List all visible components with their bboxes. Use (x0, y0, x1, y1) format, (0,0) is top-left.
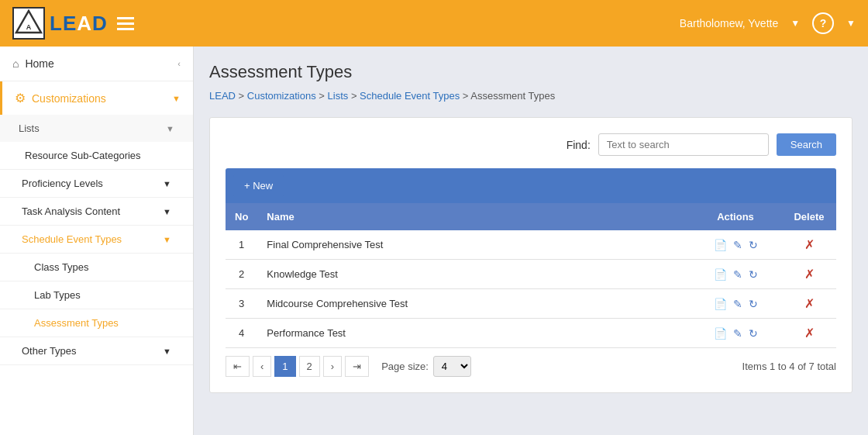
breadcrumb-schedule-event-types[interactable]: Schedule Event Types (360, 90, 460, 102)
page-size-select[interactable]: 4 10 25 (433, 356, 471, 377)
row-no: 3 (226, 289, 257, 319)
row-name: Knowledge Test (257, 260, 689, 289)
page-next-button[interactable]: › (323, 356, 342, 377)
delete-icon[interactable]: ✗ (804, 297, 815, 310)
chevron-icon: ▼ (163, 179, 171, 188)
hamburger-menu[interactable] (117, 17, 134, 30)
delete-icon[interactable]: ✗ (804, 238, 815, 251)
sidebar-item-label: Other Types (22, 345, 77, 357)
page-1-button[interactable]: 1 (274, 356, 295, 377)
sidebar-lists-label: Lists (19, 123, 40, 134)
breadcrumb-lead[interactable]: LEAD (209, 90, 236, 102)
find-bar: Find: Search (226, 133, 836, 156)
chevron-icon: ▼ (163, 347, 171, 356)
view-icon[interactable]: 📄 (714, 268, 727, 281)
restore-icon[interactable]: ↻ (749, 327, 758, 340)
pagination-bar: ⇤ ‹ 1 2 › ⇥ Page size: 4 10 25 (226, 356, 836, 377)
content-card: Find: Search + New No Name Actions Delet… (209, 117, 852, 393)
breadcrumb-sep: > (351, 90, 360, 102)
sidebar-item-other-types[interactable]: Other Types ▼ (0, 337, 193, 365)
page-last-button[interactable]: ⇥ (345, 356, 369, 377)
header-right: Bartholomew, Yvette ▼ ? ▼ (680, 12, 856, 34)
sidebar-item-lab-types[interactable]: Lab Types (0, 281, 193, 309)
items-info: Items 1 to 4 of 7 total (742, 361, 836, 372)
layout: ⌂ Home ‹ ⚙ Customizations ▼ Lists ▼ Reso… (0, 47, 868, 435)
page-title: Assessment Types (209, 62, 852, 82)
sidebar: ⌂ Home ‹ ⚙ Customizations ▼ Lists ▼ Reso… (0, 47, 194, 435)
edit-icon[interactable]: ✎ (733, 239, 742, 251)
breadcrumb-lists[interactable]: Lists (328, 90, 349, 102)
pagination-controls: ⇤ ‹ 1 2 › ⇥ Page size: 4 10 25 (226, 356, 471, 377)
breadcrumb-sep: > (319, 90, 327, 102)
header-left: A LEAD (12, 7, 134, 40)
sidebar-item-assessment-types[interactable]: Assessment Types (0, 309, 193, 337)
row-name: Final Comprehensive Test (257, 230, 689, 260)
page-size-label: Page size: (381, 361, 429, 372)
view-icon[interactable]: 📄 (714, 327, 727, 340)
breadcrumb-current: Assessment Types (470, 90, 555, 102)
sidebar-item-label: Proficiency Levels (22, 178, 103, 189)
sidebar-item-label: Class Types (34, 261, 89, 273)
logo-icon: A (12, 7, 45, 40)
sidebar-lists-chevron: ▼ (166, 124, 174, 133)
sidebar-item-lists[interactable]: Lists ▼ (0, 115, 193, 142)
restore-icon[interactable]: ↻ (749, 298, 758, 310)
chevron-icon: ▼ (163, 207, 171, 216)
sidebar-item-resource-sub-categories[interactable]: Resource Sub-Categories (0, 142, 193, 170)
sidebar-item-proficiency-levels[interactable]: Proficiency Levels ▼ (0, 170, 193, 198)
col-header-no: No (226, 203, 257, 230)
row-actions: 📄 ✎ ↻ (689, 319, 782, 348)
edit-icon[interactable]: ✎ (733, 327, 742, 340)
col-header-delete: Delete (782, 203, 836, 230)
help-button[interactable]: ? (812, 12, 834, 34)
user-dropdown-icon[interactable]: ▼ (790, 18, 800, 29)
page-size-section: Page size: 4 10 25 (381, 356, 471, 377)
sidebar-item-schedule-event-types[interactable]: Schedule Event Types ▼ (0, 226, 193, 254)
delete-icon[interactable]: ✗ (804, 268, 815, 281)
table-row: 4 Performance Test 📄 ✎ ↻ ✗ (226, 319, 836, 348)
breadcrumb-sep: > (463, 90, 471, 102)
new-bar: + New (226, 168, 836, 203)
col-header-name: Name (257, 203, 689, 230)
user-name[interactable]: Bartholomew, Yvette (680, 17, 778, 29)
sidebar-item-customizations[interactable]: ⚙ Customizations ▼ (0, 81, 193, 115)
page-first-button[interactable]: ⇤ (226, 356, 250, 377)
sidebar-item-home[interactable]: ⌂ Home ‹ (0, 47, 193, 81)
search-button[interactable]: Search (777, 133, 836, 156)
logo-text: LEAD (50, 12, 108, 36)
row-delete: ✗ (782, 230, 836, 260)
data-table: No Name Actions Delete 1 Final Comprehen… (226, 203, 836, 348)
breadcrumb-customizations[interactable]: Customizations (247, 90, 316, 102)
sidebar-home-chevron: ‹ (177, 59, 181, 68)
new-button[interactable]: + New (233, 174, 284, 197)
view-icon[interactable]: 📄 (714, 298, 727, 310)
sidebar-item-label: Lab Types (34, 289, 81, 301)
table-header-row: No Name Actions Delete (226, 203, 836, 230)
row-name: Midcourse Comprehensive Test (257, 289, 689, 319)
row-delete: ✗ (782, 289, 836, 319)
sidebar-item-label: Task Analysis Content (22, 205, 120, 217)
chevron-icon: ▼ (163, 235, 171, 244)
main-content: Assessment Types LEAD > Customizations >… (194, 47, 868, 435)
row-no: 2 (226, 260, 257, 289)
view-icon[interactable]: 📄 (714, 239, 727, 251)
sidebar-home-label: Home (25, 57, 53, 70)
table-row: 2 Knowledge Test 📄 ✎ ↻ ✗ (226, 260, 836, 289)
row-actions: 📄 ✎ ↻ (689, 260, 782, 289)
sidebar-item-task-analysis-content[interactable]: Task Analysis Content ▼ (0, 198, 193, 226)
page-2-button[interactable]: 2 (299, 356, 320, 377)
help-dropdown-icon[interactable]: ▼ (846, 18, 856, 29)
row-no: 4 (226, 319, 257, 348)
gear-icon: ⚙ (15, 91, 26, 105)
logo: A LEAD (12, 7, 108, 40)
edit-icon[interactable]: ✎ (733, 268, 742, 281)
restore-icon[interactable]: ↻ (749, 268, 758, 281)
delete-icon[interactable]: ✗ (804, 326, 815, 340)
sidebar-item-class-types[interactable]: Class Types (0, 254, 193, 281)
row-actions: 📄 ✎ ↻ (689, 230, 782, 260)
search-input[interactable] (598, 133, 769, 156)
col-header-actions: Actions (689, 203, 782, 230)
page-prev-button[interactable]: ‹ (253, 356, 271, 377)
restore-icon[interactable]: ↻ (749, 239, 758, 251)
edit-icon[interactable]: ✎ (733, 298, 742, 310)
